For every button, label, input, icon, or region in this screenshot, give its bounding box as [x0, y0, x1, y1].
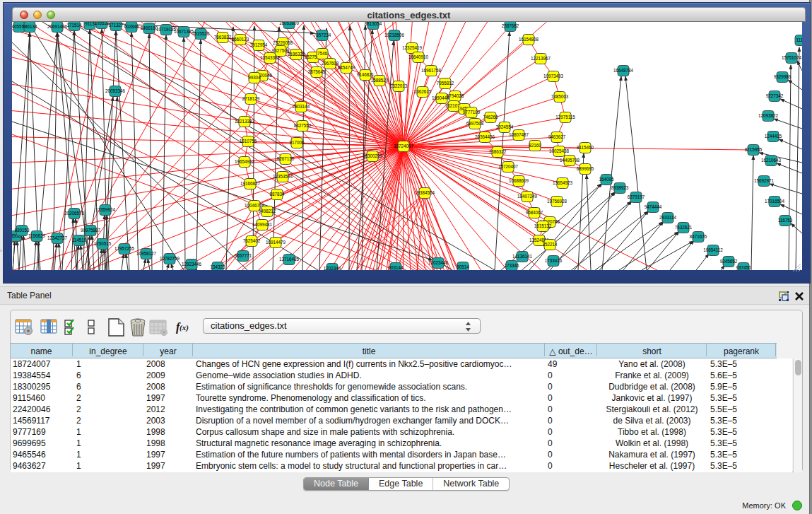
svg-text:887834: 887834: [269, 192, 285, 197]
svg-text:9146821: 9146821: [357, 72, 375, 77]
svg-text:114519: 114519: [72, 238, 87, 243]
svg-text:6897508: 6897508: [466, 121, 484, 126]
svg-text:3875645: 3875645: [308, 69, 326, 74]
svg-text:7857234: 7857234: [314, 33, 331, 37]
svg-text:20206578: 20206578: [64, 211, 85, 216]
svg-text:1362615: 1362615: [414, 89, 432, 94]
svg-text:352214: 352214: [542, 242, 558, 247]
svg-text:8454749: 8454749: [338, 65, 355, 70]
svg-text:9245652: 9245652: [720, 259, 738, 264]
svg-text:16053809: 16053809: [279, 22, 300, 25]
svg-text:8938923: 8938923: [611, 185, 629, 190]
svg-text:18300295: 18300295: [363, 153, 383, 158]
svg-text:164095: 164095: [599, 177, 614, 182]
svg-text:15720407: 15720407: [498, 164, 519, 169]
svg-text:10025438: 10025438: [549, 148, 570, 153]
svg-text:90514: 90514: [457, 264, 469, 269]
svg-text:9113: 9113: [85, 22, 95, 26]
svg-text:16961758: 16961758: [421, 68, 442, 73]
svg-text:19218506: 19218506: [384, 33, 405, 37]
svg-text:8215955: 8215955: [745, 147, 763, 152]
svg-text:2933114: 2933114: [659, 215, 677, 220]
svg-text:12213383: 12213383: [235, 119, 255, 124]
svg-text:10671385: 10671385: [174, 29, 194, 34]
svg-text:90975887: 90975887: [81, 228, 101, 233]
svg-text:16210643: 16210643: [761, 158, 782, 163]
svg-text:134323: 134323: [210, 264, 225, 269]
svg-text:15692971: 15692971: [754, 178, 775, 183]
svg-text:986134: 986134: [22, 24, 37, 29]
svg-text:939153: 939153: [14, 228, 30, 233]
svg-text:1322013: 1322013: [390, 83, 408, 88]
svg-text:10807487: 10807487: [509, 132, 529, 137]
svg-text:7632621: 7632621: [675, 225, 693, 230]
svg-text:937450: 937450: [736, 265, 751, 270]
svg-text:99304: 99304: [248, 75, 261, 80]
svg-text:19166827: 19166827: [240, 181, 261, 186]
svg-text:2718129: 2718129: [242, 96, 260, 101]
svg-text:14495798: 14495798: [560, 158, 580, 163]
svg-text:917006: 917006: [289, 140, 305, 145]
svg-text:12093822: 12093822: [758, 113, 779, 118]
svg-text:116753: 116753: [778, 218, 793, 223]
svg-text:9777109: 9777109: [463, 110, 481, 115]
svg-text:1733416: 1733416: [545, 258, 563, 263]
svg-text:9498212: 9498212: [259, 209, 276, 214]
svg-text:9115460: 9115460: [577, 145, 594, 150]
svg-text:9227342: 9227342: [766, 93, 784, 98]
svg-text:12213967: 12213967: [531, 56, 551, 61]
svg-text:8660123: 8660123: [232, 37, 249, 42]
svg-text:9463627: 9463627: [548, 134, 566, 139]
svg-text:7546: 7546: [317, 51, 328, 56]
svg-text:9657771: 9657771: [235, 253, 252, 258]
svg-text:19654912: 19654912: [235, 159, 255, 164]
svg-text:17957255: 17957255: [114, 246, 135, 251]
svg-text:12325419: 12325419: [402, 45, 423, 50]
svg-text:82160: 82160: [529, 143, 541, 148]
svg-text:18407249: 18407249: [517, 194, 538, 199]
svg-text:9474444: 9474444: [645, 204, 662, 209]
svg-text:2803144: 2803144: [293, 104, 310, 109]
svg-text:20691406: 20691406: [47, 24, 68, 29]
svg-text:3024554: 3024554: [496, 124, 514, 129]
svg-text:1250515: 1250515: [94, 241, 112, 246]
svg-text:10654112: 10654112: [703, 247, 723, 252]
svg-text:3912954: 3912954: [250, 42, 268, 47]
svg-text:9684067: 9684067: [526, 210, 543, 215]
svg-text:8267130: 8267130: [277, 156, 295, 161]
svg-text:1588520: 1588520: [371, 78, 389, 83]
svg-text:7663822: 7663822: [214, 35, 232, 40]
svg-text:12923446: 12923446: [182, 262, 202, 267]
svg-text:1156829: 1156829: [28, 233, 46, 238]
svg-text:19384554: 19384554: [415, 190, 435, 195]
svg-text:8813054: 8813054: [365, 22, 382, 26]
svg-text:8427552: 8427552: [294, 123, 312, 128]
svg-text:10782759: 10782759: [160, 256, 180, 261]
svg-text:171514: 171514: [66, 23, 82, 28]
svg-text:14136141: 14136141: [512, 254, 533, 259]
svg-text:1810755: 1810755: [240, 139, 257, 144]
svg-text:8471676: 8471676: [690, 234, 707, 239]
svg-text:14099481: 14099481: [252, 222, 273, 227]
svg-text:903144: 903144: [388, 265, 404, 270]
svg-text:20364436: 20364436: [475, 134, 495, 139]
svg-text:7485003: 7485003: [551, 94, 569, 99]
svg-text:10688609: 10688609: [509, 178, 529, 183]
svg-text:1615132: 1615132: [534, 223, 552, 228]
svg-text:20053346: 20053346: [105, 88, 126, 93]
svg-text:12975115: 12975115: [555, 115, 575, 119]
svg-text:602846: 602846: [124, 24, 139, 29]
svg-text:16914479: 16914479: [266, 240, 286, 245]
svg-text:16648784: 16648784: [613, 68, 634, 73]
svg-text:(x): (x): [180, 323, 189, 332]
svg-text:7625402: 7625402: [243, 238, 261, 243]
svg-text:10973493: 10973493: [543, 74, 564, 78]
svg-text:6899695: 6899695: [577, 166, 594, 171]
svg-text:13654923: 13654923: [553, 180, 573, 185]
svg-text:9329986: 9329986: [774, 74, 792, 79]
svg-text:18724007: 18724007: [394, 144, 414, 148]
svg-text:13716485: 13716485: [279, 257, 300, 262]
svg-text:671327: 671327: [108, 23, 124, 28]
svg-text:16154808: 16154808: [519, 37, 539, 42]
svg-text:2967608: 2967608: [322, 61, 339, 66]
